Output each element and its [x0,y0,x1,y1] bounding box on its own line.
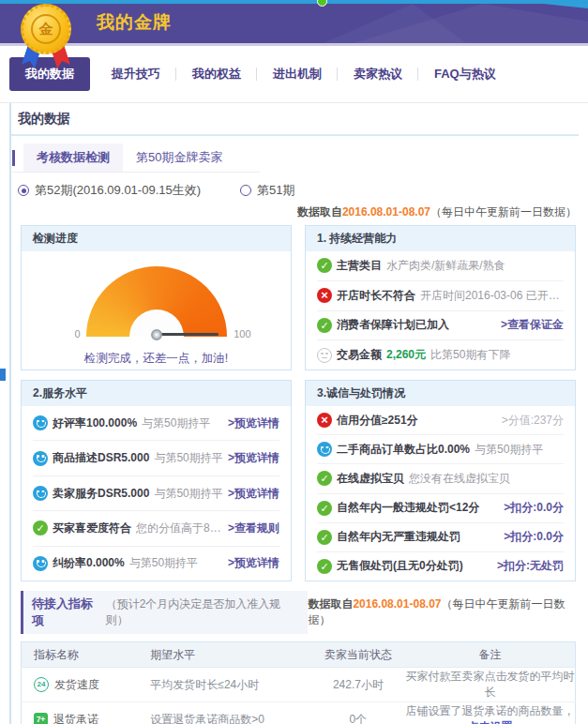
tab-faq[interactable]: FAQ与热议 [418,57,512,91]
check-icon [317,559,332,574]
remark: 店铺设置了退货承诺的商品数量， [405,704,574,717]
metric-detail: 比第50期有下降 [430,347,510,363]
metric-row: 在线虚拟宝贝 您没有在线虚拟宝贝 [317,463,564,492]
metric-row: 自然年内无严重违规处罚 >扣分:0.0分 [317,522,564,551]
metric-detail: 与第50期持平 [154,486,222,502]
metric-label: 信用分值≥251分 [337,413,418,429]
gauge-max-label: 100 [234,328,250,339]
metric-row: 买家喜爱度符合 您的分值高于80分 >查看规则 [33,510,279,545]
gauge-message: 检测完成，还差一点，加油! [33,351,279,367]
metric-row: 二手商品订单数占比0.00% 与第50期持平 [317,434,564,463]
pending-indicators-table: 指标名称 期望水平 卖家当前状态 备注 24发货速度 平均发货时长≤24小时 2… [21,641,576,724]
preview-detail-link[interactable]: >预览详情 [228,555,279,571]
current-status: 242.7小时 [311,668,405,702]
note-prefix: 数据取自 [297,205,342,219]
deduction-link[interactable]: >扣分:无处罚 [497,558,564,574]
table-row: 24发货速度 平均发货时长≤24小时 242.7小时 买家付款至卖家点击发货的平… [22,668,576,702]
metric-row: 交易金额 2,260元 比第50期有下降 [317,339,564,370]
metric-value: 2,260元 [386,347,426,363]
indicator-name: 退货承诺 [53,713,98,724]
preview-detail-link[interactable]: >预览详情 [228,415,279,431]
medal-disc: 金 [21,4,71,54]
pending-title: 待接入指标项 [32,596,102,629]
card-header: 2.服务水平 [22,381,291,406]
tab-seller-discussion[interactable]: 卖家热议 [338,57,418,91]
metric-label: 二手商品订单数占比0.00% [337,442,470,458]
radio-period-52[interactable]: 第52期(2016.09.01-09.15生效) [18,182,201,199]
metric-label: 卖家服务DSR5.000 [53,486,149,502]
pending-indicators-section: 待接入指标项 （预计2个月内决定是否加入准入规则） 数据取自2016.08.01… [21,591,576,724]
col-header-expected: 期望水平 [143,642,311,668]
note-date-range: 2016.08.01-08.07 [353,597,441,611]
metric-row: 开店时长不符合 开店时间2016-03-06 已开店156天 [317,280,564,310]
metric-row: 好评率100.000% 与第50期持平 >预览详情 [33,406,279,440]
subtab-accent-bar [12,150,15,166]
metric-label: 纠纷率0.000% [53,555,125,571]
metric-detail: 您没有在线虚拟宝贝 [409,471,510,487]
metric-label: 交易金额 [337,347,382,363]
radio-label: 第51期 [257,182,294,199]
smiley-icon [33,556,48,571]
check-icon [317,471,332,486]
metric-label: 消费者保障计划已加入 [337,317,449,333]
preview-detail-link[interactable]: >预览详情 [228,450,279,466]
smiley-icon [33,415,48,430]
progress-gauge: 0 100 [86,266,227,337]
subtab-assessment-check[interactable]: 考核数据检测 [23,143,123,172]
tab-improve-skills[interactable]: 提升技巧 [96,57,176,91]
left-scrollbar-fragment [0,369,6,381]
metric-label: 好评率100.000% [53,415,137,431]
card-header: 3.诚信与处罚情况 [306,381,575,406]
period-selector: 第52期(2016.09.01-09.15生效) 第51期 [18,182,579,199]
gauge-needle [156,333,219,336]
subtab-period50-sellers[interactable]: 第50期金牌卖家 [123,143,235,172]
check-icon [317,530,332,545]
expected-level: 平均发货时长≤24小时 [143,668,311,702]
note-prefix: 数据取自 [308,597,353,611]
top-accent-line [0,0,588,4]
metric-cards: 检测进度 0 100 检测完成，还差一点，加油! 1. 持续经营能力 主营 [21,225,576,581]
metric-detail: 与第50期持平 [154,450,222,466]
card-operating-ability: 1. 持续经营能力 主营类目 水产肉类/新鲜蔬果/熟食 开店时长不符合 开店时间… [305,225,576,370]
note-suffix: （每日中午更新前一日数据） [430,205,577,219]
metric-label: 自然年内一般违规处罚<12分 [337,500,479,516]
view-deposit-link[interactable]: >查看保证金 [501,317,564,333]
metric-row: 自然年内一般违规处罚<12分 >扣分:0.0分 [317,493,564,522]
section-title: 我的数据 [11,103,579,136]
deduction-link[interactable]: >扣分:0.0分 [504,529,564,545]
tab-entry-exit[interactable]: 进出机制 [257,57,338,91]
card-service-level: 2.服务水平 好评率100.000% 与第50期持平 >预览详情 商品描述DSR… [21,380,292,581]
gauge-hub [151,329,162,340]
tab-my-benefits[interactable]: 我的权益 [176,57,257,91]
banner-decoration [288,4,466,43]
pending-subtitle: （预计2个月内决定是否加入准入规则） [106,596,295,628]
table-row: 7+退货承诺 设置退货承诺商品数>0 0个 店铺设置了退货承诺的商品数量，点击设… [22,702,576,724]
header-banner: 我的金牌 [0,0,588,43]
smiley-icon [33,486,48,501]
card-check-progress: 检测进度 0 100 检测完成，还差一点，加油! [21,225,292,370]
neutral-face-icon [317,348,332,363]
col-header-indicator: 指标名称 [22,642,143,668]
metric-row: 商品描述DSR5.000 与第50期持平 >预览详情 [33,440,279,475]
view-rules-link[interactable]: >查看规则 [228,520,279,536]
metric-row: 消费者保障计划已加入 >查看保证金 [317,310,564,340]
check-icon [33,520,48,535]
check-icon [317,501,332,516]
card-integrity-penalty: 3.诚信与处罚情况 信用分值≥251分 >分值:237分 二手商品订单数占比0.… [305,380,576,581]
deduction-link[interactable]: >扣分:0.0分 [504,500,564,516]
metric-label: 主营类目 [337,258,382,274]
metric-label: 自然年内无严重违规处罚 [337,529,460,545]
preview-detail-link[interactable]: >预览详情 [228,486,279,502]
check-icon [317,318,332,333]
metric-detail: 开店时间2016-03-06 已开店156天 [420,288,564,304]
pending-title-box: 待接入指标项 （预计2个月内决定是否加入准入规则） [21,591,308,634]
radio-unchecked-icon[interactable] [240,185,251,196]
click-to-set-link[interactable]: 点击设置 [467,720,512,724]
smiley-icon [317,442,332,457]
radio-checked-icon[interactable] [18,185,29,196]
metric-detail: 与第50期持平 [129,555,198,571]
gold-medal-icon: 金 [19,4,73,73]
cross-icon [317,413,332,428]
indicator-name: 发货速度 [54,678,99,691]
radio-period-51[interactable]: 第51期 [240,182,294,199]
